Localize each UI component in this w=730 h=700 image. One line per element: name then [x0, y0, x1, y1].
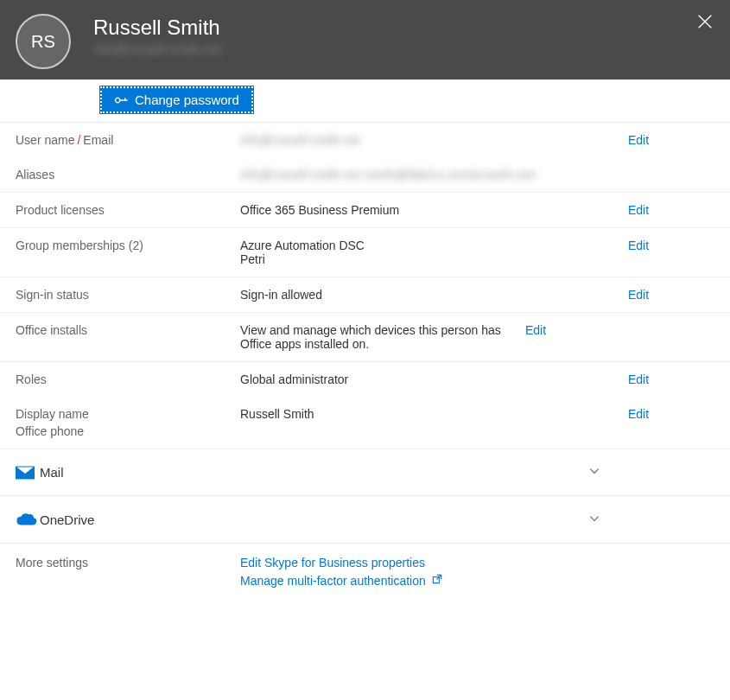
edit-signin-link[interactable]: Edit	[628, 288, 649, 302]
section-mail[interactable]: Mail	[0, 449, 730, 496]
edit-username-link[interactable]: Edit	[628, 133, 649, 147]
change-password-label: Change password	[135, 92, 239, 107]
value-office-installs: View and manage which devices this perso…	[240, 323, 525, 351]
label-more-settings: More settings	[16, 556, 240, 570]
value-aliases: info@russell-smith.net rsmith@fabrics.on…	[240, 168, 628, 181]
mail-icon	[16, 466, 40, 480]
onedrive-label: OneDrive	[40, 512, 714, 527]
section-onedrive[interactable]: OneDrive	[0, 496, 730, 544]
user-header: RS Russell Smith info@russell-smith.net	[0, 0, 730, 80]
onedrive-icon	[16, 512, 40, 527]
edit-groups-link[interactable]: Edit	[628, 239, 649, 252]
external-link-icon	[431, 573, 443, 588]
label-aliases: Aliases	[16, 168, 240, 181]
row-licenses: Product licenses Office 365 Business Pre…	[0, 193, 730, 228]
row-display-name: Display name Office phone Russell Smith …	[0, 397, 730, 449]
label-username: User name/Email	[16, 133, 240, 147]
page-title: Russell Smith	[93, 16, 222, 40]
chevron-down-icon	[588, 465, 600, 480]
label-office-installs: Office installs	[16, 323, 240, 337]
value-username: info@russell-smith.net	[240, 133, 628, 147]
row-groups: Group memberships (2) Azure Automation D…	[0, 228, 730, 277]
header-info: Russell Smith info@russell-smith.net	[93, 14, 222, 56]
label-display-name: Display name Office phone	[16, 407, 240, 438]
row-roles: Roles Global administrator Edit	[0, 362, 730, 397]
label-licenses: Product licenses	[16, 203, 240, 217]
value-display-name: Russell Smith	[240, 407, 628, 421]
value-roles: Global administrator	[240, 372, 628, 386]
edit-licenses-link[interactable]: Edit	[628, 203, 649, 217]
row-username: User name/Email info@russell-smith.net E…	[0, 123, 730, 157]
change-password-button[interactable]: Change password	[100, 86, 253, 113]
key-icon	[111, 90, 131, 110]
edit-display-name-link[interactable]: Edit	[628, 407, 649, 421]
row-aliases: Aliases info@russell-smith.net rsmith@fa…	[0, 157, 730, 193]
svg-line-3	[120, 96, 127, 103]
avatar-initials: RS	[31, 32, 55, 52]
label-signin: Sign-in status	[16, 288, 240, 302]
action-bar: Change password	[0, 80, 730, 123]
avatar: RS	[16, 14, 71, 69]
more-links: Edit Skype for Business properties Manag…	[240, 556, 443, 588]
value-licenses: Office 365 Business Premium	[240, 203, 628, 217]
mail-label: Mail	[40, 465, 714, 480]
row-office-installs: Office installs View and manage which de…	[0, 313, 730, 362]
edit-roles-link[interactable]: Edit	[628, 372, 649, 386]
svg-point-2	[114, 97, 121, 104]
close-icon	[695, 12, 714, 31]
value-signin: Sign-in allowed	[240, 288, 628, 302]
label-groups: Group memberships (2)	[16, 239, 240, 252]
skype-properties-link[interactable]: Edit Skype for Business properties	[240, 556, 425, 570]
row-more-settings: More settings Edit Skype for Business pr…	[0, 544, 730, 608]
label-roles: Roles	[16, 372, 240, 386]
svg-line-4	[124, 98, 126, 100]
page-subtitle: info@russell-smith.net	[93, 41, 222, 56]
mfa-link[interactable]: Manage multi-factor authentication	[240, 574, 426, 588]
close-button[interactable]	[695, 12, 714, 34]
chevron-down-icon	[588, 512, 600, 527]
value-groups: Azure Automation DSC Petri	[240, 239, 628, 266]
edit-office-installs-link[interactable]: Edit	[525, 323, 546, 337]
row-signin: Sign-in status Sign-in allowed Edit	[0, 277, 730, 313]
